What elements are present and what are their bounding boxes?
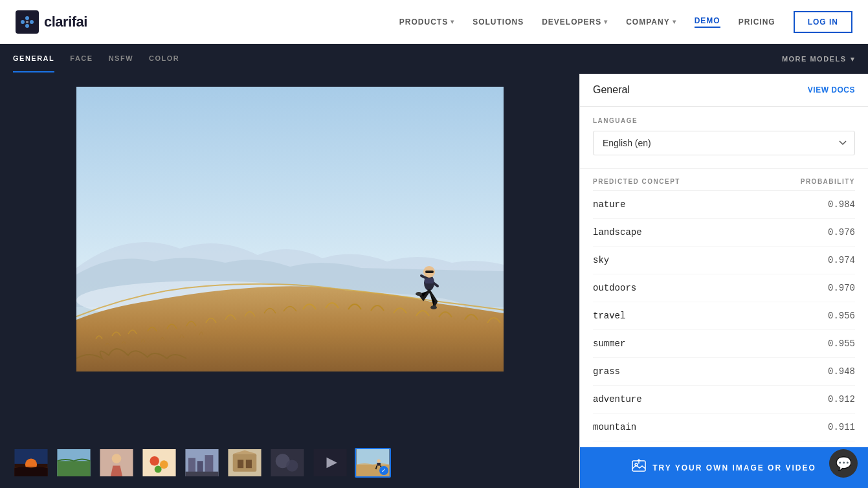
nav-company[interactable]: COMPANY ▾ bbox=[626, 17, 676, 27]
prediction-row-7: adventure 0.912 bbox=[593, 386, 855, 414]
main-nav: PRODUCTS ▾ SOLUTIONS DEVELOPERS ▾ COMPAN… bbox=[399, 11, 852, 33]
svg-rect-14 bbox=[425, 278, 434, 283]
thumbnail-6[interactable] bbox=[227, 448, 263, 478]
thumbnail-7[interactable] bbox=[269, 448, 306, 478]
svg-point-3 bbox=[30, 20, 34, 24]
prediction-row-5: summer 0.955 bbox=[593, 330, 855, 358]
svg-rect-34 bbox=[238, 460, 243, 468]
predictions-header: PREDICTED CONCEPT PROBABILITY bbox=[593, 169, 855, 191]
nav-solutions[interactable]: SOLUTIONS bbox=[473, 17, 524, 27]
concept-prob-1: 0.976 bbox=[828, 227, 855, 238]
concept-name-6: grass bbox=[593, 366, 620, 377]
svg-point-5 bbox=[26, 21, 28, 23]
concept-prob-5: 0.955 bbox=[828, 338, 855, 349]
concept-prob-4: 0.956 bbox=[828, 311, 855, 321]
thumbnail-2[interactable] bbox=[56, 448, 92, 478]
right-panel: General VIEW DOCS LANGUAGE English (en) … bbox=[579, 74, 868, 488]
clarifai-logo-icon bbox=[16, 10, 39, 34]
concept-name-8: mountain bbox=[593, 422, 636, 432]
prediction-row-2: sky 0.974 bbox=[593, 247, 855, 274]
logo-area: clarifai bbox=[16, 10, 87, 34]
thumbnail-8[interactable] bbox=[312, 448, 348, 478]
nav-developers[interactable]: DEVELOPERS ▾ bbox=[542, 17, 608, 27]
prediction-row-4: travel 0.956 bbox=[593, 302, 855, 330]
concept-prob-6: 0.948 bbox=[828, 366, 855, 377]
svg-rect-20 bbox=[57, 461, 90, 476]
probability-col-header: PROBABILITY bbox=[801, 178, 855, 185]
svg-point-2 bbox=[25, 16, 29, 20]
upload-icon bbox=[632, 459, 646, 476]
developers-caret-icon: ▾ bbox=[604, 18, 608, 25]
right-panel-body: LANGUAGE English (en) Spanish (es) Frenc… bbox=[580, 107, 868, 447]
svg-point-1 bbox=[21, 20, 25, 24]
tab-face[interactable]: FACE bbox=[70, 45, 93, 72]
company-caret-icon: ▾ bbox=[673, 18, 676, 25]
svg-rect-31 bbox=[185, 472, 218, 476]
prediction-row-0: nature 0.984 bbox=[593, 191, 855, 219]
concept-name-2: sky bbox=[593, 255, 609, 265]
concept-name-3: outdoors bbox=[593, 283, 636, 293]
model-bar: GENERAL FACE NSFW COLOR MORE MODELS ▾ bbox=[0, 44, 868, 74]
model-name-label: General bbox=[593, 84, 630, 96]
concept-prob-3: 0.970 bbox=[828, 283, 855, 293]
chat-bubble-button[interactable]: 💬 bbox=[829, 449, 858, 478]
tab-color[interactable]: COLOR bbox=[149, 45, 179, 72]
svg-point-4 bbox=[25, 24, 29, 28]
svg-point-26 bbox=[155, 466, 162, 473]
concept-name-1: landscape bbox=[593, 227, 642, 238]
thumbnail-9-check: ✓ bbox=[379, 466, 388, 475]
nav-pricing[interactable]: PRICING bbox=[739, 17, 775, 27]
main-content: ✓ General VIEW DOCS LANGUAGE English (en… bbox=[0, 74, 868, 488]
concept-prob-2: 0.974 bbox=[828, 255, 855, 265]
prediction-row-1: landscape 0.976 bbox=[593, 219, 855, 247]
prediction-row-3: outdoors 0.970 bbox=[593, 274, 855, 302]
language-section: LANGUAGE English (en) Spanish (es) Frenc… bbox=[580, 107, 868, 169]
svg-rect-35 bbox=[246, 460, 252, 468]
tab-nsfw[interactable]: NSFW bbox=[109, 45, 133, 72]
svg-rect-33 bbox=[233, 454, 257, 471]
prediction-row-8: mountain 0.911 bbox=[593, 414, 855, 441]
svg-rect-11 bbox=[425, 271, 434, 273]
svg-point-24 bbox=[150, 456, 159, 466]
nav-products[interactable]: PRODUCTS ▾ bbox=[399, 17, 454, 27]
chat-bubble-icon: 💬 bbox=[836, 456, 852, 471]
main-image bbox=[76, 87, 504, 372]
svg-point-43 bbox=[377, 460, 380, 463]
concept-name-5: summer bbox=[593, 338, 625, 349]
concept-name-0: nature bbox=[593, 199, 625, 210]
thumbnail-3[interactable] bbox=[98, 448, 135, 478]
header: clarifai PRODUCTS ▾ SOLUTIONS DEVELOPERS… bbox=[0, 0, 868, 44]
tab-general[interactable]: GENERAL bbox=[13, 45, 54, 72]
concept-name-4: travel bbox=[593, 311, 625, 321]
login-button[interactable]: LOG IN bbox=[794, 11, 852, 33]
svg-rect-44 bbox=[377, 463, 380, 466]
right-panel-header: General VIEW DOCS bbox=[580, 74, 868, 107]
prediction-row-6: grass 0.948 bbox=[593, 358, 855, 386]
thumbnail-5[interactable] bbox=[184, 448, 220, 478]
prediction-row-9: recreation 0.892 bbox=[593, 441, 855, 447]
image-container bbox=[76, 87, 504, 372]
try-own-image-button[interactable]: TRY YOUR OWN IMAGE OR VIDEO bbox=[580, 447, 868, 488]
svg-point-38 bbox=[286, 460, 298, 471]
concept-prob-7: 0.912 bbox=[828, 394, 855, 405]
cta-label: TRY YOUR OWN IMAGE OR VIDEO bbox=[652, 463, 816, 472]
thumbnail-4[interactable] bbox=[141, 448, 177, 478]
view-docs-link[interactable]: VIEW DOCS bbox=[808, 85, 855, 94]
logo-text: clarifai bbox=[44, 14, 87, 30]
svg-point-12 bbox=[430, 305, 437, 309]
concept-name-7: adventure bbox=[593, 394, 642, 405]
more-models-button[interactable]: MORE MODELS ▾ bbox=[782, 55, 855, 63]
model-tabs: GENERAL FACE NSFW COLOR bbox=[13, 45, 179, 72]
image-panel: ✓ bbox=[0, 74, 579, 488]
svg-point-13 bbox=[416, 292, 422, 296]
nav-demo[interactable]: DEMO bbox=[695, 16, 720, 28]
thumbnail-9-active[interactable]: ✓ bbox=[355, 448, 391, 478]
predictions-section: PREDICTED CONCEPT PROBABILITY nature 0.9… bbox=[580, 169, 868, 447]
concept-prob-0: 0.984 bbox=[828, 199, 855, 210]
svg-point-22 bbox=[112, 454, 122, 463]
language-select[interactable]: English (en) Spanish (es) French (fr) Ge… bbox=[593, 131, 855, 155]
products-caret-icon: ▾ bbox=[451, 18, 454, 25]
predicted-concept-col-header: PREDICTED CONCEPT bbox=[593, 178, 680, 185]
thumbnail-strip: ✓ bbox=[0, 438, 579, 488]
thumbnail-1[interactable] bbox=[13, 448, 49, 478]
